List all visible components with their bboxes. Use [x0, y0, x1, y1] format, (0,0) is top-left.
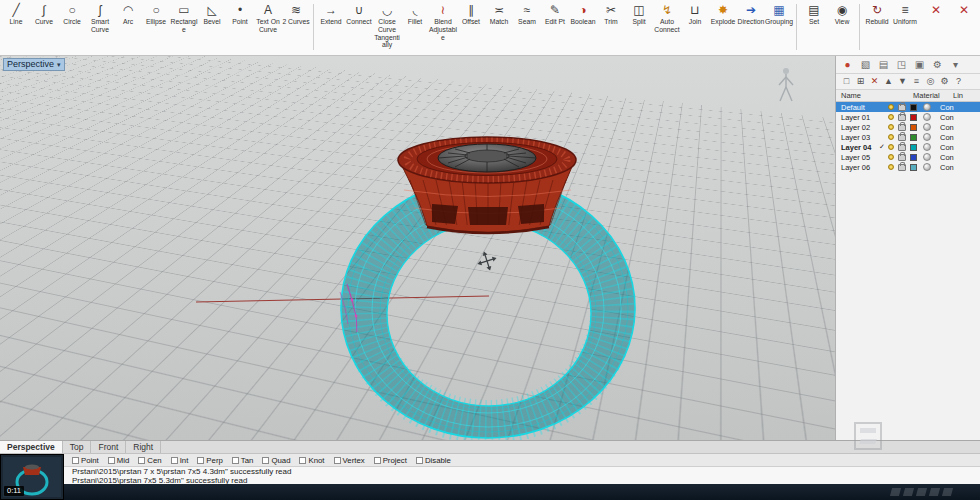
checkbox-icon[interactable] [299, 457, 306, 464]
layer-linetype[interactable]: Con [940, 133, 980, 142]
toolbar-button[interactable]: A Text On Curve [254, 2, 282, 34]
layer-color-swatch[interactable] [910, 114, 917, 121]
viewport-perspective[interactable]: Perspective ▾ [0, 56, 835, 440]
toolbar-button[interactable]: ≈ Seam [513, 2, 541, 49]
panel-tab-icon[interactable]: ▾ [949, 59, 962, 71]
view-tab[interactable]: Top [63, 441, 92, 453]
layer-color-swatch[interactable] [910, 144, 917, 151]
toolbar-button[interactable]: ◑ Boolean [569, 2, 597, 49]
bulb-icon[interactable] [888, 124, 894, 130]
layer-row[interactable]: Layer 04 ✓ Con [836, 142, 980, 152]
toolbar-button[interactable]: ʃ Smart Curve [86, 2, 114, 34]
layer-color-swatch[interactable] [910, 154, 917, 161]
bulb-icon[interactable] [888, 144, 894, 150]
osnap-toggle[interactable]: Disable [416, 456, 451, 465]
layer-linetype[interactable]: Con [940, 123, 980, 132]
layer-row[interactable]: Default ✓ Con [836, 102, 980, 112]
toolbar-button[interactable]: ▭ Rectangle [170, 2, 198, 34]
layer-linetype[interactable]: Con [940, 143, 980, 152]
panel-tab-icon[interactable]: ⚙ [931, 59, 944, 71]
view-tab[interactable]: Right [126, 441, 161, 453]
lock-icon[interactable] [898, 164, 906, 171]
toolbar-button[interactable]: ✂ Trim [597, 2, 625, 49]
toolbar-button[interactable]: ✎ Edit Pt [541, 2, 569, 49]
toolbar-button[interactable]: ∫ Curve [30, 2, 58, 34]
lock-icon[interactable] [898, 104, 906, 111]
bulb-icon[interactable] [888, 114, 894, 120]
bulb-icon[interactable] [888, 134, 894, 140]
toolbar-button[interactable]: ○ Ellipse [142, 2, 170, 34]
osnap-toggle[interactable]: Point [72, 456, 99, 465]
checkbox-icon[interactable] [232, 457, 239, 464]
toolbar-button[interactable]: ⊔ Join [681, 2, 709, 49]
checkbox-icon[interactable] [374, 457, 381, 464]
toolbar-button[interactable]: ✸ Explode [709, 2, 737, 49]
layer-name[interactable]: Layer 05 [841, 153, 879, 162]
view-tab[interactable]: Perspective [0, 441, 63, 453]
checkbox-icon[interactable] [416, 457, 423, 464]
lock-icon[interactable] [898, 124, 906, 131]
video-thumbnail[interactable]: 0:11 [0, 454, 64, 500]
toolbar-button[interactable]: ▦ Grouping [765, 2, 793, 49]
layer-linetype[interactable]: Con [940, 113, 980, 122]
panel-tab-icon[interactable]: ▤ [877, 59, 890, 71]
layer-name[interactable]: Layer 06 [841, 163, 879, 172]
toolbar-button[interactable]: ╱ Line [2, 2, 30, 34]
layer-color-swatch[interactable] [910, 164, 917, 171]
toolbar-button[interactable]: ◫ Split [625, 2, 653, 49]
view-tab[interactable]: Front [91, 441, 126, 453]
checkbox-icon[interactable] [171, 457, 178, 464]
toolbar-button[interactable]: • Point [226, 2, 254, 34]
layer-name[interactable]: Layer 04 [841, 143, 879, 152]
layer-tool-icon[interactable]: ▲ [883, 76, 894, 87]
toolbar-button[interactable]: ✕ [922, 2, 950, 18]
layer-linetype[interactable]: Con [940, 153, 980, 162]
toolbar-button[interactable]: ◠ Arc [114, 2, 142, 34]
panel-tab-icon[interactable]: ▧ [859, 59, 872, 71]
layer-tool-icon[interactable]: ⚙ [939, 76, 950, 87]
layer-color-swatch[interactable] [910, 134, 917, 141]
layer-name[interactable]: Layer 02 [841, 123, 879, 132]
checkbox-icon[interactable] [138, 457, 145, 464]
toolbar-button[interactable]: ➔ Direction [737, 2, 765, 49]
lock-icon[interactable] [898, 114, 906, 121]
layer-tool-icon[interactable]: ? [953, 76, 964, 87]
material-sphere-icon[interactable] [923, 123, 931, 131]
layer-tool-icon[interactable]: ◎ [925, 76, 936, 87]
toolbar-button[interactable]: ∪ Connect [345, 2, 373, 49]
toolbar-button[interactable]: ◟ Fillet [401, 2, 429, 49]
toolbar-button[interactable]: ≀ Blend Adjustable [429, 2, 457, 49]
layer-color-swatch[interactable] [910, 104, 917, 111]
layer-tool-icon[interactable]: ✕ [869, 76, 880, 87]
lock-icon[interactable] [898, 154, 906, 161]
material-sphere-icon[interactable] [923, 133, 931, 141]
layer-row[interactable]: Layer 01 ✓ Con [836, 112, 980, 122]
layer-tool-icon[interactable]: ▼ [897, 76, 908, 87]
osnap-toggle[interactable]: Int [171, 456, 189, 465]
toolbar-button[interactable]: ◺ Bevel [198, 2, 226, 34]
osnap-toggle[interactable]: Vertex [334, 456, 365, 465]
toolbar-button[interactable]: ≡ Uniform [891, 2, 919, 26]
toolbar-button[interactable]: ◉ View [828, 2, 856, 26]
layer-row[interactable]: Layer 06 ✓ Con [836, 162, 980, 172]
layer-row[interactable]: Layer 03 ✓ Con [836, 132, 980, 142]
checkbox-icon[interactable] [72, 457, 79, 464]
checkbox-icon[interactable] [334, 457, 341, 464]
bulb-icon[interactable] [888, 154, 894, 160]
material-sphere-icon[interactable] [923, 103, 931, 111]
checkbox-icon[interactable] [262, 457, 269, 464]
layer-tool-icon[interactable]: ⊞ [855, 76, 866, 87]
layer-name[interactable]: Layer 01 [841, 113, 879, 122]
toolbar-button[interactable]: ∥ Offset [457, 2, 485, 49]
toolbar-button[interactable]: ≋ 2 Curves [282, 2, 310, 34]
checkbox-icon[interactable] [197, 457, 204, 464]
layer-tool-icon[interactable]: ≡ [911, 76, 922, 87]
panel-tab-icon[interactable]: ◳ [895, 59, 908, 71]
material-sphere-icon[interactable] [923, 143, 931, 151]
panel-tab-icon[interactable]: ● [841, 59, 854, 71]
toolbar-button[interactable]: ▤ Set [800, 2, 828, 26]
toolbar-button[interactable]: ◡ Close Curve Tangentially [373, 2, 401, 49]
layer-tool-icon[interactable]: □ [841, 76, 852, 87]
layer-linetype[interactable]: Con [940, 163, 980, 172]
toolbar-button[interactable]: ↯ Auto Connect [653, 2, 681, 49]
